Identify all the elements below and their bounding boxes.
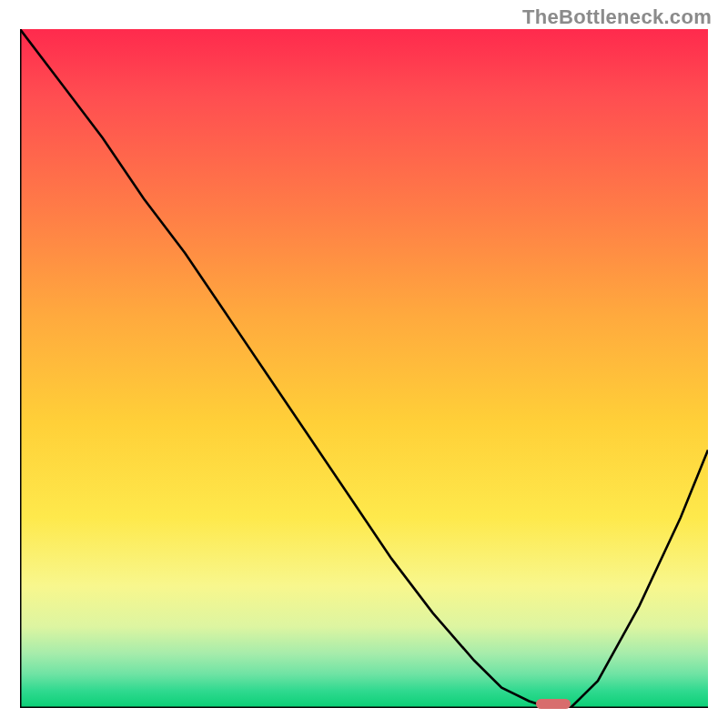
gradient-background bbox=[20, 29, 708, 708]
optimum-marker bbox=[536, 699, 571, 709]
chart-container: TheBottleneck.com bbox=[0, 0, 728, 728]
watermark-text: TheBottleneck.com bbox=[522, 5, 712, 29]
